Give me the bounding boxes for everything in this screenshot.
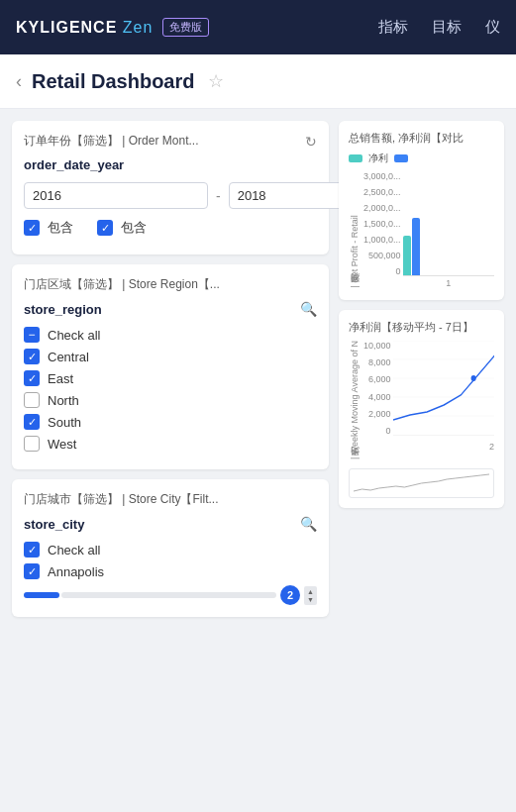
nav-links: 指标 目标 仪 xyxy=(378,18,500,37)
bars-container xyxy=(403,171,494,276)
svg-point-6 xyxy=(470,375,475,381)
filter-store-city: 门店城市【筛选】 | Store City【Filt... store_city… xyxy=(12,479,329,617)
checkbox-south-label: South xyxy=(48,415,81,430)
legend-row: 净利 xyxy=(349,152,494,165)
checkbox-central-label: Central xyxy=(48,350,89,364)
brand-logo: KYLIGENCE Zen 免费版 xyxy=(16,18,209,37)
scroll-buttons[interactable]: ▲ ▼ xyxy=(304,586,317,605)
checkbox-east-icon xyxy=(24,370,40,386)
chart-moving-avg-title: 净利润【移动平均 - 7日】 xyxy=(349,320,494,335)
checkbox-annapolis-icon xyxy=(24,563,40,579)
checkbox-annapolis-label: Annapolis xyxy=(48,564,104,579)
filter-store-city-title: 门店城市【筛选】 | Store City【Filt... xyxy=(24,491,317,508)
list-item-central[interactable]: Central xyxy=(24,349,317,364)
chart-moving-avg: 净利润【移动平均 - 7日】 力平均 | Weekly Moving Avera… xyxy=(339,310,504,508)
line-chart-svg xyxy=(393,341,494,436)
list-item-west[interactable]: West xyxy=(24,436,317,452)
legend-dot-blue xyxy=(394,154,408,162)
x-label-avg: 2 xyxy=(393,442,494,452)
checkbox-include-from[interactable]: 包含 xyxy=(24,219,73,237)
chart-sales-profit: 总销售额, 净利润【对比 净利 净利润 | Net Profit - Retai… xyxy=(339,121,504,300)
filter-store-region-field: store_region xyxy=(24,302,102,317)
filter-count-badge: 2 xyxy=(280,585,300,605)
filter-store-region: 门店区域【筛选】 | Store Region【... store_region… xyxy=(12,264,329,469)
list-item-city-check-all[interactable]: Check all xyxy=(24,542,317,558)
back-button[interactable]: ‹ xyxy=(16,71,22,92)
list-item-north[interactable]: North xyxy=(24,392,317,408)
checkbox-include-from-label: 包含 xyxy=(48,219,73,237)
filter-order-date-title: 订单年份【筛选】 | Order Mont... xyxy=(24,133,299,150)
filter-order-date: 订单年份【筛选】 | Order Mont... ↻ order_date_ye… xyxy=(12,121,329,254)
list-item-annapolis[interactable]: Annapolis xyxy=(24,563,317,579)
checkbox-west-icon xyxy=(24,436,40,452)
checkbox-north-icon xyxy=(24,392,40,408)
nav-metrics[interactable]: 指标 xyxy=(378,18,408,37)
search-icon[interactable]: 🔍 xyxy=(300,301,317,317)
filter-store-region-header: 门店区域【筛选】 | Store Region【... xyxy=(24,276,317,293)
list-item-check-all[interactable]: Check all xyxy=(24,327,317,343)
free-badge: 免费版 xyxy=(162,18,209,37)
filter-order-date-field: order_date_year xyxy=(24,157,317,172)
filter-store-region-title: 门店区域【筛选】 | Store Region【... xyxy=(24,276,317,293)
checkbox-city-check-all-label: Check all xyxy=(48,543,100,558)
range-from-input[interactable] xyxy=(24,182,208,209)
main-content: 订单年份【筛选】 | Order Mont... ↻ order_date_ye… xyxy=(0,109,516,629)
y-axis-label-avg: 力平均 | Weekly Moving Average of N xyxy=(349,341,361,462)
y-axis-labels: 3,000,0... 2,500,0... 2,000,0... 1,500,0… xyxy=(363,171,401,290)
legend-label-teal: 净利 xyxy=(368,152,388,165)
checkbox-north-label: North xyxy=(48,393,79,408)
checkbox-include-to[interactable]: 包含 xyxy=(97,219,147,237)
list-item-east[interactable]: East xyxy=(24,370,317,386)
filter-store-city-header: 门店城市【筛选】 | Store City【Filt... xyxy=(24,491,317,508)
y-axis-labels-avg: 10,000 8,000 6,000 4,000 2,000 0 xyxy=(363,341,391,450)
checkbox-include-to-label: 包含 xyxy=(121,219,147,237)
legend-dot-teal xyxy=(349,154,362,162)
bar-teal-1 xyxy=(403,236,411,275)
chart-sales-profit-title: 总销售额, 净利润【对比 xyxy=(349,131,494,146)
breadcrumb-bar: ‹ Retail Dashboard ☆ xyxy=(0,54,516,109)
bar-group-1 xyxy=(403,218,420,275)
checkbox-central-icon xyxy=(24,349,40,364)
page-title: Retail Dashboard xyxy=(32,70,194,93)
checkbox-south-icon xyxy=(24,414,40,430)
checkbox-east-label: East xyxy=(48,371,73,386)
line-chart-body: 2 xyxy=(393,341,494,462)
filter-store-city-field: store_city xyxy=(24,517,84,532)
right-panel: 总销售额, 净利润【对比 净利 净利润 | Net Profit - Retai… xyxy=(339,121,504,617)
list-item-south[interactable]: South xyxy=(24,414,317,430)
search-icon-city[interactable]: 🔍 xyxy=(300,516,317,532)
checkbox-west-label: West xyxy=(48,437,76,452)
checkbox-check-all-icon xyxy=(24,327,40,343)
top-navigation: KYLIGENCE Zen 免费版 指标 目标 仪 xyxy=(0,0,516,54)
bar-chart-body: 1 xyxy=(403,171,494,290)
left-panel: 订单年份【筛选】 | Order Mont... ↻ order_date_ye… xyxy=(12,121,329,617)
checkbox-check-all-label: Check all xyxy=(48,328,100,343)
checkbox-city-check-all-icon xyxy=(24,542,40,558)
brand-name: KYLIGENCE Zen xyxy=(16,19,153,37)
bar-blue-1 xyxy=(412,218,420,275)
chart-thumbnail xyxy=(349,468,494,498)
checkbox-include-from-icon xyxy=(24,220,40,236)
nav-goals[interactable]: 目标 xyxy=(432,18,462,37)
refresh-icon[interactable]: ↻ xyxy=(305,134,317,150)
filter-order-date-header: 订单年份【筛选】 | Order Mont... ↻ xyxy=(24,133,317,150)
favorite-icon[interactable]: ☆ xyxy=(208,70,224,92)
nav-dashboard[interactable]: 仪 xyxy=(485,18,500,37)
y-axis-label-sales: 净利润 | Net Profit - Retail xyxy=(349,171,361,290)
range-row: - xyxy=(24,182,317,209)
range-separator: - xyxy=(216,188,221,204)
checkbox-include-to-icon xyxy=(97,220,113,236)
x-labels: 1 xyxy=(403,278,494,288)
